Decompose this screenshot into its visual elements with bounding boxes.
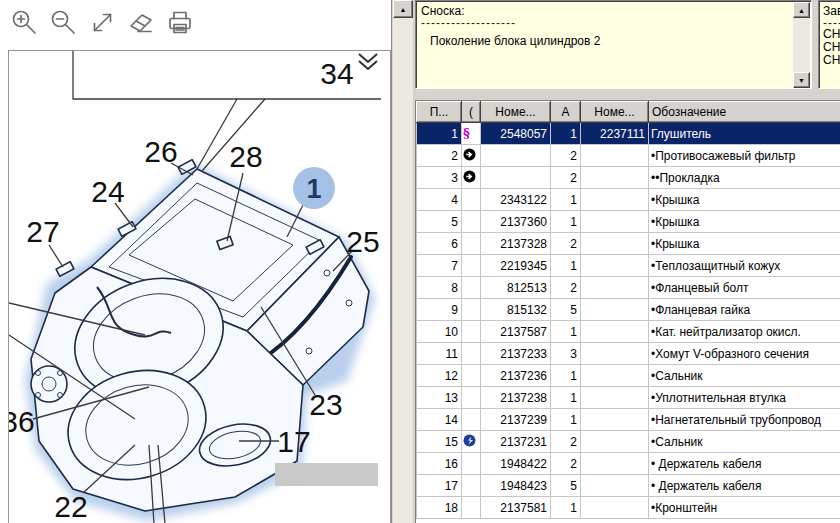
svg-text:36: 36 <box>9 405 35 438</box>
table-row[interactable]: 14 2137239 1 •Нагнетательный трубопровод <box>417 409 840 431</box>
table-row[interactable]: 17 1948423 5 • Держатель кабеля <box>417 475 840 497</box>
callout-17[interactable]: 17 <box>277 425 310 458</box>
table-row[interactable]: 5 2137360 1 •Крышка <box>417 211 840 233</box>
callout-24[interactable]: 24 <box>91 175 124 208</box>
muffler-drawing <box>31 160 369 511</box>
svg-text:34: 34 <box>320 57 353 90</box>
print-button[interactable] <box>164 5 196 39</box>
diagram-toolbar <box>8 5 196 39</box>
table-row[interactable]: 13 2137238 1 •Уплотнительная втулка <box>417 387 840 409</box>
parts-table-body: 1 § 2548057 1 2237111 Глушитель 2 2 •Про… <box>417 123 840 519</box>
paragraph-icon: § <box>463 126 470 141</box>
watermark-box <box>275 463 378 486</box>
parts-table-container: П... ( Номе... А Номе... Обозначение 1 §… <box>415 100 840 523</box>
callout-27[interactable]: 27 <box>26 215 59 248</box>
table-row[interactable]: 8 812513 2 •Фланцевый болт <box>417 277 840 299</box>
diagram-svg: 342628124272523361722 <box>9 51 391 523</box>
callout-1[interactable]: 1 <box>293 167 335 209</box>
svg-text:26: 26 <box>144 135 177 168</box>
table-row[interactable]: 1 § 2548057 1 2237111 Глушитель <box>417 123 840 145</box>
col-header-number1[interactable]: Номе... <box>481 102 551 123</box>
svg-text:17: 17 <box>277 425 310 458</box>
col-header-designation[interactable]: Обозначение <box>649 102 840 123</box>
footnote-scroll-up-button[interactable]: ▲ <box>793 2 810 18</box>
table-row[interactable]: 4 2343122 1 •Крышка <box>417 189 840 211</box>
scroll-up-button[interactable]: ▲ <box>393 0 413 18</box>
callout-28[interactable]: 28 <box>229 140 262 173</box>
footnote-divider: ------------------- <box>421 18 789 28</box>
table-header-row: П... ( Номе... А Номе... Обозначение <box>417 102 840 123</box>
parts-catalog-window: 342628124272523361722 ▲ Сноска: --------… <box>0 0 840 523</box>
parts-table: П... ( Номе... А Номе... Обозначение 1 §… <box>416 101 840 519</box>
table-row[interactable]: 2 2 •Противосажевый фильтр <box>417 145 840 167</box>
svg-text:28: 28 <box>229 140 262 173</box>
table-row[interactable]: 10 2137587 1 •Кат. нейтрализатор окисл. <box>417 321 840 343</box>
callout-25[interactable]: 25 <box>346 225 379 258</box>
diagram-canvas[interactable]: 342628124272523361722 <box>8 50 391 523</box>
col-header-qty[interactable]: А <box>551 102 581 123</box>
table-row[interactable]: 7 2219345 1 •Теплозащитный кожух <box>417 255 840 277</box>
zoom-out-button[interactable] <box>47 5 79 39</box>
table-row[interactable]: 11 2137233 3 •Хомут V-образного сечения <box>417 343 840 365</box>
svg-text:24: 24 <box>91 175 124 208</box>
zoom-out-icon <box>50 9 77 36</box>
table-row[interactable]: 9 815132 5 •Фланцевая гайка <box>417 299 840 321</box>
zoom-in-icon <box>11 9 38 36</box>
footnote-scroll-down-button[interactable]: ▼ <box>793 72 810 88</box>
replaced-part-icon <box>463 170 476 183</box>
svg-text:23: 23 <box>309 388 342 421</box>
svg-text:27: 27 <box>26 215 59 248</box>
callout-23[interactable]: 23 <box>309 388 342 421</box>
svg-text:25: 25 <box>346 225 379 258</box>
pan-resize-button[interactable] <box>86 5 118 39</box>
footnote-title: Сноска: <box>421 4 789 18</box>
callout-34[interactable]: 34 <box>320 57 353 90</box>
callout-36[interactable]: 36 <box>9 405 35 438</box>
table-row[interactable]: 6 2137328 2 •Крышка <box>417 233 840 255</box>
footnote-panel: Сноска: ------------------- Поколение бл… <box>415 0 812 89</box>
footnote-scrollbar[interactable]: ▲ ▼ <box>793 2 810 88</box>
table-row[interactable]: 16 1948422 2 • Держатель кабеля <box>417 453 840 475</box>
printer-icon <box>165 9 195 36</box>
col-header-pos[interactable]: П... <box>417 102 462 123</box>
table-row[interactable]: 15 2137231 2 •Сальник <box>417 431 840 453</box>
diagonal-arrows-icon <box>89 9 116 36</box>
zoom-in-button[interactable] <box>8 5 40 39</box>
eraser-icon <box>127 9 155 36</box>
interchange-icon <box>463 434 476 447</box>
details-pane: Сноска: ------------------- Поколение бл… <box>415 0 840 523</box>
eraser-button[interactable] <box>125 5 157 39</box>
diagram-pane: 342628124272523361722 <box>0 0 392 523</box>
factory-item: CH <box>823 54 840 67</box>
factory-panel: Зав ------ CHCHCH <box>818 0 840 89</box>
factory-title: Зав <box>823 4 840 18</box>
col-header-marker[interactable]: ( <box>462 102 481 123</box>
table-row[interactable]: 3 2 ••Прокладка <box>417 167 840 189</box>
clip-icon <box>359 54 377 69</box>
callout-26[interactable]: 26 <box>144 135 177 168</box>
vertical-scrollbar[interactable]: ▲ <box>393 0 413 523</box>
svg-text:1: 1 <box>306 174 321 204</box>
factory-items: CHCHCH <box>823 28 840 67</box>
table-row[interactable]: 12 2137236 1 •Сальник <box>417 365 840 387</box>
footnote-body: Поколение блока цилиндров 2 <box>421 28 789 48</box>
col-header-number2[interactable]: Номе... <box>581 102 649 123</box>
table-row[interactable]: 18 2137581 1 •Кронштейн <box>417 497 840 519</box>
replaced-part-icon <box>463 148 476 161</box>
svg-text:22: 22 <box>54 490 87 523</box>
callout-22[interactable]: 22 <box>54 490 87 523</box>
